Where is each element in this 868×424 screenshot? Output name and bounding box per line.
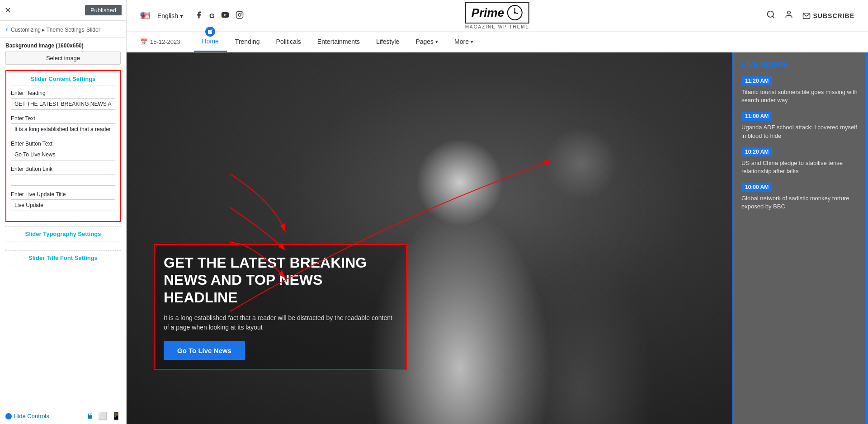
- subscribe-label: SUBSCRIBE: [813, 12, 854, 19]
- nav-items: Home Trending Politicals Entertainments …: [194, 31, 482, 52]
- language-selector[interactable]: English ▾: [157, 12, 183, 19]
- nav-item-lifestyle-label: Lifestyle: [376, 38, 399, 45]
- nav-item-lifestyle[interactable]: Lifestyle: [368, 31, 407, 52]
- breadcrumb-info: Customizing ▸ Theme Settings Slider: [11, 25, 100, 33]
- language-label: English: [157, 12, 178, 19]
- live-item-text-2: Uganda ADF school attack: I covered myse…: [741, 123, 861, 140]
- hero-content-box: GET THE LATEST BREAKING NEWS AND TOP NEW…: [154, 244, 407, 370]
- instagram-icon[interactable]: [236, 11, 244, 21]
- panel-breadcrumb: ‹ Customizing ▸ Theme Settings Slider: [0, 21, 126, 38]
- svg-rect-1: [236, 11, 243, 18]
- pages-dropdown-icon: ▾: [435, 39, 438, 45]
- live-item-text-4: Global network of sadistic monkey tortur…: [741, 194, 861, 211]
- scroll-indicator: [865, 52, 868, 424]
- nav-item-home-label: Home: [202, 38, 219, 45]
- desktop-icon[interactable]: 🖥: [86, 412, 94, 420]
- more-dropdown-icon: ▾: [471, 39, 473, 45]
- btn-link-input[interactable]: [11, 174, 115, 186]
- select-image-button[interactable]: Select image: [5, 52, 121, 65]
- facebook-icon[interactable]: [195, 11, 203, 21]
- svg-point-3: [241, 13, 241, 13]
- nav-item-more-label: More: [454, 38, 469, 45]
- nav-item-home[interactable]: Home: [194, 31, 227, 52]
- live-item-1: 11:20 AM Titanic tourist submersible goe…: [741, 76, 861, 104]
- site-logo: Prime Magazine WP Theme: [465, 2, 530, 29]
- nav-item-pages-label: Pages: [415, 38, 434, 45]
- customizer-panel: ✕ Published ‹ Customizing ▸ Theme Settin…: [0, 0, 127, 424]
- panel-topbar: ✕ Published: [0, 0, 126, 21]
- bg-image-label: Background Image (1600x650): [5, 42, 121, 49]
- dropdown-arrow-icon: ▾: [180, 12, 183, 19]
- hero-overlay-content: GET THE LATEST BREAKING NEWS AND TOP NEW…: [154, 244, 407, 370]
- panel-footer: Hide Controls 🖥 ⬜ 📱: [0, 408, 126, 424]
- logo-subtitle: Magazine WP Theme: [465, 24, 530, 29]
- btn-text-group: Enter Button Text: [11, 141, 115, 160]
- nav-item-trending[interactable]: Trending: [227, 31, 268, 52]
- tablet-icon[interactable]: ⬜: [98, 412, 107, 420]
- site-header: 🇺🇸 English ▾ G Prime: [127, 0, 868, 32]
- envelope-icon: [802, 12, 811, 20]
- svg-point-8: [767, 11, 773, 17]
- logo-prime-text: Prime: [472, 6, 504, 20]
- site-preview: 🇺🇸 English ▾ G Prime: [127, 0, 868, 424]
- user-icon[interactable]: [784, 10, 793, 21]
- heading-group: Enter Heading: [11, 90, 115, 110]
- subscribe-button[interactable]: SUBSCRIBE: [802, 12, 854, 20]
- calendar-icon: 📅: [140, 38, 147, 45]
- hide-controls-button[interactable]: Hide Controls: [5, 413, 49, 419]
- heading-label: Enter Heading: [11, 90, 115, 96]
- nav-item-pages[interactable]: Pages▾: [407, 31, 446, 52]
- nav-item-more[interactable]: More▾: [446, 31, 481, 52]
- live-time-badge-4: 10:00 AM: [741, 183, 772, 192]
- hero-cta-button[interactable]: Go To Live News: [164, 341, 245, 360]
- live-update-label: Enter Live Update Title: [11, 191, 115, 198]
- slider-content-settings-box: Slider Content Settings Enter Heading En…: [5, 70, 121, 222]
- btn-link-label: Enter Button Link: [11, 166, 115, 172]
- breadcrumb-path: Customizing ▸ Theme Settings: [11, 27, 85, 33]
- back-button[interactable]: ‹: [5, 24, 8, 34]
- live-item-3: 10:20 AM US and China pledge to stabilis…: [741, 147, 861, 175]
- live-update-input[interactable]: [11, 199, 115, 211]
- hero-slider: GET THE LATEST BREAKING NEWS AND TOP NEW…: [127, 52, 732, 424]
- svg-point-7: [514, 12, 516, 14]
- live-item-text-1: Titanic tourist submersible goes missing…: [741, 88, 861, 104]
- nav-item-politicals[interactable]: Politicals: [268, 31, 309, 52]
- slider-typography-button[interactable]: Slider Typography Settings: [5, 226, 121, 241]
- hero-text: It is a long established fact that a rea…: [164, 313, 397, 332]
- search-icon[interactable]: [766, 10, 775, 21]
- svg-line-9: [772, 16, 774, 18]
- svg-point-10: [787, 11, 790, 14]
- live-time-badge-2: 11:00 AM: [741, 112, 772, 121]
- slider-title-font-button[interactable]: Slider Title Font Settings: [5, 250, 121, 265]
- live-item-4: 10:00 AM Global network of sadistic monk…: [741, 183, 861, 211]
- close-button[interactable]: ✕: [5, 5, 11, 15]
- mobile-icon[interactable]: 📱: [112, 412, 121, 420]
- flag-icon: 🇺🇸: [140, 11, 150, 21]
- google-icon[interactable]: G: [209, 12, 215, 19]
- text-group: Enter Text: [11, 115, 115, 135]
- edit-pencil-icon: [205, 27, 215, 37]
- btn-text-label: Enter Button Text: [11, 141, 115, 147]
- panel-body: Background Image (1600x650) Select image…: [0, 38, 126, 408]
- text-input[interactable]: [11, 123, 115, 135]
- text-label: Enter Text: [11, 115, 115, 122]
- logo-clock-icon: [507, 5, 523, 21]
- circle-icon: [5, 413, 12, 419]
- hero-heading: GET THE LATEST BREAKING NEWS AND TOP NEW…: [164, 254, 397, 306]
- live-update-panel: Live Update 11:20 AM Titanic tourist sub…: [732, 52, 868, 424]
- live-time-badge-3: 10:20 AM: [741, 147, 772, 156]
- live-update-group: Enter Live Update Title: [11, 191, 115, 211]
- date-text: 15-12-2023: [150, 38, 180, 45]
- main-content: GET THE LATEST BREAKING NEWS AND TOP NEW…: [127, 52, 868, 424]
- live-time-badge-1: 11:20 AM: [741, 76, 772, 85]
- live-item-text-3: US and China pledge to stabilise tense r…: [741, 159, 861, 175]
- logo-box: Prime: [465, 2, 529, 24]
- published-button[interactable]: Published: [85, 5, 122, 15]
- btn-text-input[interactable]: [11, 149, 115, 160]
- heading-input[interactable]: [11, 98, 115, 110]
- svg-point-2: [238, 14, 241, 16]
- youtube-icon[interactable]: [221, 11, 229, 21]
- header-right: SUBSCRIBE: [766, 10, 854, 21]
- social-icons: G: [195, 11, 244, 21]
- nav-item-entertainments[interactable]: Entertainments: [309, 31, 368, 52]
